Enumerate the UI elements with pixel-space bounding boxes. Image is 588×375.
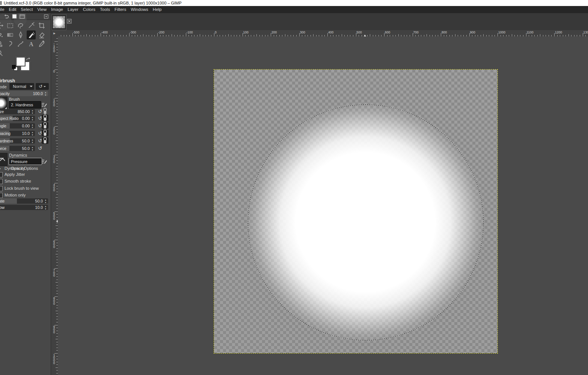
flow-slider[interactable]: Flow 10.0 ▴▾ [0,205,48,210]
expander-arrow-icon[interactable] [0,167,1,170]
spinner-icon[interactable]: ▴▾ [30,131,35,136]
dock-tab-swatch[interactable] [11,14,18,19]
tool-free-select[interactable] [16,21,25,30]
smooth-stroke-checkbox[interactable] [0,179,3,184]
tool-airbrush[interactable] [27,30,36,39]
spinner-icon[interactable]: ▴▾ [44,205,48,210]
dock-menu-button[interactable] [42,14,50,19]
tool-bucket-fill[interactable] [0,30,4,39]
swap-colors-icon[interactable] [26,57,30,62]
tool-eraser[interactable] [37,30,46,39]
edit-dynamics-icon[interactable] [41,159,47,165]
ruler-tick [54,325,58,325]
spinner-icon[interactable]: ▴▾ [44,91,48,96]
window-titlebar[interactable]: Untitled.xcf-3.0 (RGB color 8-bit gamma … [0,0,588,6]
ruler-tick [54,183,58,183]
rectangle-select-icon [6,22,14,29]
angle-label: Angle [0,123,6,129]
ruler-label: -100 [187,30,193,34]
menu-layer[interactable]: Layer [65,6,81,13]
tool-clone[interactable] [0,39,4,48]
ruler-label: 500 [357,30,362,34]
menu-file[interactable]: File [0,6,7,13]
spinner-icon[interactable]: ▴▾ [30,138,35,144]
canvas-viewport[interactable] [58,36,588,375]
ruler-label: 700 [413,30,419,34]
tool-color-picker[interactable] [37,39,46,48]
dock-tab-tool-options[interactable] [18,14,26,19]
dynamics-thumbnail[interactable] [0,153,8,166]
hardness-link-button[interactable] [42,137,48,144]
ruler-label: 600 [52,240,56,248]
ruler-tick [469,33,470,36]
rate-slider[interactable]: Rate 50.0 ▴▾ [0,198,48,204]
spinner-icon[interactable]: ▴▾ [30,116,35,121]
aspect-ratio-slider[interactable]: Aspect Ratio 0.00 ▴▾ [0,116,35,121]
menu-tools[interactable]: Tools [98,6,112,13]
foreground-color-swatch[interactable] [16,57,25,66]
size-slider[interactable]: Size 850.00 ▴▾ [0,109,35,114]
ruler-tick [54,98,58,98]
spinner-icon[interactable]: ▴▾ [30,123,35,129]
dynamics-options-expander[interactable]: Dynamics Options [5,166,38,171]
mode-reset-button[interactable]: ↺ [36,83,49,90]
angle-slider[interactable]: Angle 0.00 ▴▾ [0,123,35,129]
force-slider[interactable]: Force 50.0 ▴▾ [0,146,35,151]
apply-jitter-checkbox[interactable] [0,172,3,177]
tool-smudge[interactable] [6,39,15,48]
swatch-icon [12,14,17,19]
menu-view[interactable]: View [35,6,49,13]
menu-edit[interactable]: Edit [7,6,19,13]
brush-name-field[interactable]: 2. Hardness 050 [9,101,41,109]
tool-fuzzy-select[interactable] [27,21,36,30]
mode-dropdown[interactable]: Normal [9,83,34,90]
menu-select[interactable]: Select [18,6,35,13]
menu-help[interactable]: Help [151,6,164,13]
tool-text[interactable]: A [27,39,36,48]
ruler-label: 900 [470,30,475,34]
image-tab[interactable] [51,14,66,30]
vertical-ruler[interactable]: -10001002003004005006007008009001000 [51,36,58,375]
ruler-tick [441,33,441,36]
flow-value: 10.0 [35,205,43,210]
menu-image[interactable]: Image [49,6,65,13]
dynamics-name-field[interactable]: Pressure Opacity [9,158,42,165]
menu-filters[interactable]: Filters [112,6,128,13]
ruler-corner-button[interactable]: ▶ [51,30,58,37]
close-icon[interactable] [67,19,72,24]
menu-windows[interactable]: Windows [128,6,151,13]
ruler-tick [54,155,58,155]
tool-gradient[interactable] [6,30,15,39]
hardness-slider[interactable]: Hardness 50.0 ▴▾ [0,138,35,144]
size-link-button[interactable] [42,108,48,115]
spacing-slider[interactable]: Spacing 10.0 ▴▾ [0,131,35,136]
motion-only-checkbox[interactable] [0,193,3,198]
edit-brush-icon[interactable] [41,102,47,108]
tool-paths[interactable] [16,39,25,48]
force-reset-button[interactable]: ↺ [36,145,44,151]
lock-brush-to-view-checkbox[interactable] [0,186,3,191]
opacity-slider[interactable]: Opacity 100.0 ▴▾ [0,91,48,96]
default-colors-icon[interactable] [12,65,16,69]
spinner-icon[interactable]: ▴▾ [30,146,35,151]
spinner-icon[interactable]: ▴▾ [30,109,35,114]
horizontal-ruler[interactable]: -500-400-300-200-10001002003004005006007… [58,30,588,37]
tool-options-title: Airbrush [0,78,15,83]
angle-link-button[interactable] [42,122,48,129]
tool-rectangle-select[interactable] [6,21,15,30]
aspect-ratio-link-button[interactable] [42,115,48,121]
tool-zoom[interactable] [0,48,4,57]
chevron-down-icon [30,86,33,87]
spinner-icon[interactable]: ▴▾ [44,198,48,204]
hardness-label: Hardness [0,138,13,144]
canvas-image[interactable] [214,70,498,353]
tool-ink[interactable] [16,30,25,39]
brush-thumbnail[interactable] [0,97,8,110]
tool-move[interactable] [0,21,4,30]
dock-tab-tool-history[interactable] [3,14,10,19]
ruler-tick [54,212,58,212]
ruler-label: -200 [158,30,164,34]
menu-colors[interactable]: Colors [81,6,98,13]
spacing-link-button[interactable] [42,130,48,136]
tool-crop[interactable] [37,21,46,30]
